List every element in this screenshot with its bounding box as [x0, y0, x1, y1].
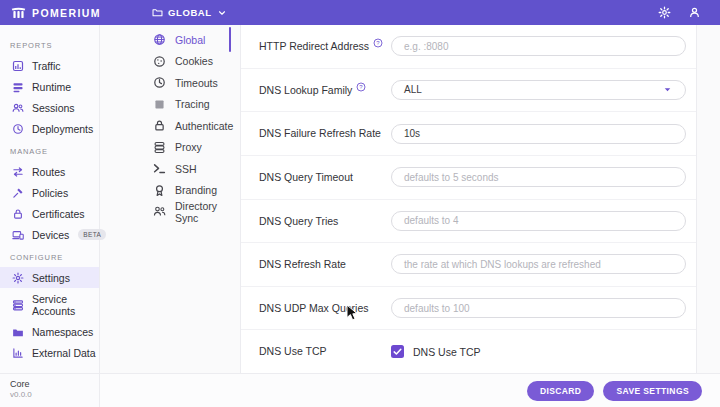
folder-icon — [12, 326, 24, 338]
check-icon — [392, 346, 403, 357]
sidebar-item-namespaces[interactable]: Namespaces — [0, 321, 99, 342]
sidebar-item-settings[interactable]: Settings — [0, 267, 99, 288]
people-icon — [12, 102, 24, 114]
dns-refresh-rate-input[interactable]: the rate at which DNS lookups are refres… — [391, 254, 686, 274]
subnav-item-branding[interactable]: Branding — [100, 180, 232, 202]
beta-badge: BETA — [78, 229, 106, 240]
sidebar-item-routes[interactable]: Routes — [0, 161, 99, 182]
subnav-item-timeouts[interactable]: Timeouts — [100, 72, 232, 94]
history-icon — [12, 123, 24, 135]
context-switcher[interactable]: GLOBAL — [152, 7, 227, 18]
settings-form: HTTP Redirect Address e.g. :8080 DNS Loo… — [240, 25, 697, 373]
form-row-dns-use-tcp: DNS Use TCP DNS Use TCP — [241, 330, 696, 373]
active-indicator — [229, 27, 232, 52]
context-label: GLOBAL — [168, 7, 212, 18]
help-icon[interactable] — [356, 82, 366, 92]
sidebar-item-devices[interactable]: Devices BETA — [0, 224, 99, 245]
subnav-item-authenticate[interactable]: Authenticate — [100, 115, 232, 137]
list-icon — [12, 299, 24, 311]
dns-failure-refresh-rate-input[interactable]: 10s — [391, 124, 686, 144]
cookie-icon — [153, 55, 166, 68]
help-icon[interactable] — [373, 38, 383, 48]
sidebar-item-runtime[interactable]: Runtime — [0, 76, 99, 97]
chart-icon — [12, 60, 24, 72]
field-label: DNS Query Timeout — [259, 171, 353, 184]
product-version: v0.0.0 — [10, 390, 99, 399]
brand[interactable]: POMERIUM — [0, 7, 138, 19]
field-label: DNS Query Tries — [259, 215, 338, 228]
sidebar: REPORTS Traffic Runtime Sessions Deploym… — [0, 25, 100, 373]
sidebar-section-label: REPORTS — [0, 33, 99, 55]
stack-icon — [153, 141, 166, 154]
dns-udp-max-queries-input[interactable]: defaults to 100 — [391, 298, 686, 318]
form-row-dns-query-timeout: DNS Query Timeout defaults to 5 seconds — [241, 156, 696, 200]
gear-icon[interactable] — [658, 6, 671, 19]
pomerium-logo-icon — [11, 7, 26, 19]
devices-icon — [12, 229, 24, 241]
data-icon — [12, 347, 24, 359]
sidebar-item-traffic[interactable]: Traffic — [0, 55, 99, 76]
sidebar-item-external-data[interactable]: External Data — [0, 342, 99, 363]
form-row-dns-query-tries: DNS Query Tries defaults to 4 — [241, 200, 696, 244]
field-label: DNS Use TCP — [259, 345, 327, 358]
action-bar: DISCARD SAVE SETTINGS — [100, 373, 720, 407]
sidebar-item-policies[interactable]: Policies — [0, 182, 99, 203]
award-icon — [153, 184, 166, 197]
subnav-item-cookies[interactable]: Cookies — [100, 51, 232, 73]
lock-icon — [12, 208, 24, 220]
subnav-item-directory-sync[interactable]: Directory Sync — [100, 201, 232, 223]
form-row-dns-failure-refresh-rate: DNS Failure Refresh Rate 10s — [241, 112, 696, 156]
sidebar-item-service-accounts[interactable]: Service Accounts — [0, 288, 99, 321]
field-label: DNS Refresh Rate — [259, 258, 346, 271]
bars-icon — [12, 81, 24, 93]
dns-use-tcp-checkbox[interactable]: DNS Use TCP — [391, 345, 686, 358]
product-name: Core — [10, 379, 99, 389]
sidebar-item-deployments[interactable]: Deployments — [0, 118, 99, 139]
dns-query-timeout-input[interactable]: defaults to 5 seconds — [391, 167, 686, 187]
person-icon[interactable] — [688, 6, 701, 19]
subnav-item-ssh[interactable]: SSH — [100, 158, 232, 180]
caret-down-icon — [662, 84, 673, 95]
sidebar-item-sessions[interactable]: Sessions — [0, 97, 99, 118]
subnav-item-tracing[interactable]: Tracing — [100, 94, 232, 116]
field-label: DNS Lookup Family — [259, 84, 352, 97]
sidebar-section-label: MANAGE — [0, 139, 99, 161]
field-label: DNS UDP Max Queries — [259, 302, 369, 315]
routes-icon — [12, 166, 24, 178]
settings-subnav: Global Cookies Timeouts Tracing Authenti… — [100, 25, 232, 223]
form-row-dns-lookup-family: DNS Lookup Family ALL — [241, 69, 696, 113]
gear-icon — [12, 272, 24, 284]
globe-icon — [153, 33, 166, 46]
subnav-item-global[interactable]: Global — [100, 29, 232, 51]
form-row-dns-udp-max-queries: DNS UDP Max Queries defaults to 100 — [241, 287, 696, 331]
checkbox-label: DNS Use TCP — [413, 346, 481, 358]
sidebar-section-label: CONFIGURE — [0, 245, 99, 267]
terminal-icon — [153, 162, 166, 175]
http-redirect-address-input[interactable]: e.g. :8080 — [391, 36, 686, 56]
sidebar-footer: Core v0.0.0 — [0, 373, 100, 407]
gavel-icon — [12, 187, 24, 199]
square-icon — [153, 98, 166, 111]
field-label: HTTP Redirect Address — [259, 40, 369, 53]
chevron-down-icon — [217, 8, 227, 18]
clock-icon — [153, 76, 166, 89]
sidebar-item-certificates[interactable]: Certificates — [0, 203, 99, 224]
dns-lookup-family-select[interactable]: ALL — [391, 80, 686, 100]
folder-icon — [152, 7, 163, 18]
save-settings-button[interactable]: SAVE SETTINGS — [603, 381, 702, 401]
field-label: DNS Failure Refresh Rate — [259, 127, 381, 140]
checkbox[interactable] — [391, 345, 404, 358]
lock-icon — [153, 119, 166, 132]
dns-query-tries-input[interactable]: defaults to 4 — [391, 211, 686, 231]
brand-name: POMERIUM — [32, 7, 101, 19]
form-row-http-redirect-address: HTTP Redirect Address e.g. :8080 — [241, 25, 696, 69]
subnav-item-proxy[interactable]: Proxy — [100, 137, 232, 159]
top-bar: POMERIUM GLOBAL — [0, 0, 720, 25]
form-row-dns-refresh-rate: DNS Refresh Rate the rate at which DNS l… — [241, 243, 696, 287]
discard-button[interactable]: DISCARD — [527, 381, 595, 401]
directory-icon — [153, 205, 166, 218]
